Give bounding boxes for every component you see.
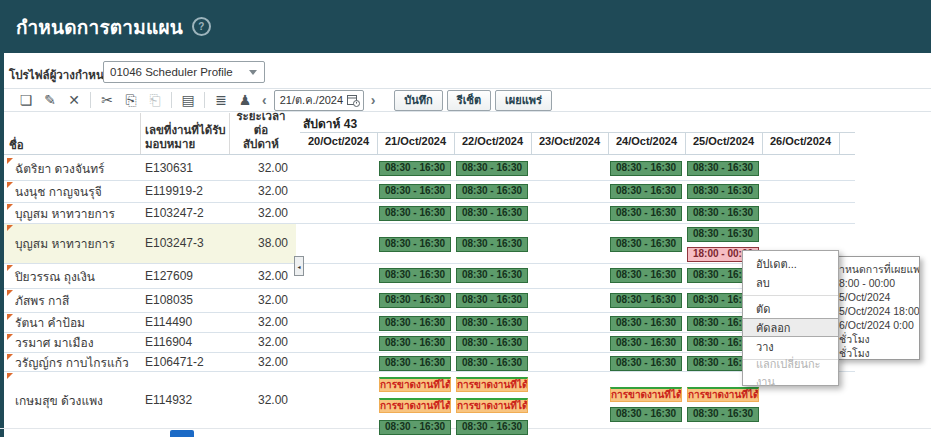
date-field[interactable]: 21/ต.ค./2024 <box>274 90 364 111</box>
shift-bar[interactable]: 08:30 - 16:30 <box>610 356 682 371</box>
absence-bar[interactable]: การขาดงานที่ได้รั <box>456 398 528 413</box>
shift-bar[interactable]: 08:30 - 16:30 <box>456 184 528 199</box>
schedule-row[interactable]: เกษมสุข ด้วงแพงE11493232.00 <box>4 371 296 428</box>
shift-bar[interactable]: 08:30 - 16:30 <box>379 184 451 199</box>
chevron-left-icon[interactable]: ‹ <box>257 92 272 108</box>
job-number: E103247-3 <box>145 236 204 250</box>
shift-bar[interactable]: 08:30 - 16:30 <box>456 420 528 435</box>
menu-item[interactable]: อัปเดต... <box>743 254 838 273</box>
save-button[interactable]: บันทึก <box>394 90 442 111</box>
row-divider <box>4 180 855 181</box>
absence-bar[interactable]: การขาดงานที่ได้รั <box>379 377 451 392</box>
shift-bar[interactable]: 08:30 - 16:30 <box>456 293 528 308</box>
schedule-row[interactable]: รัตนา คำป้อมE11449032.00 <box>4 312 296 332</box>
menu-item[interactable]: คัดลอก <box>743 318 838 337</box>
weekly-hours: 32.00 <box>258 315 288 329</box>
menu-item[interactable]: ตัด <box>743 299 838 318</box>
shift-bar[interactable]: 08:30 - 16:30 <box>379 420 451 435</box>
paste-icon[interactable]: ⎗ <box>143 91 167 109</box>
shift-bar[interactable]: 08:30 - 16:30 <box>379 293 451 308</box>
h-scrollbar-thumb[interactable] <box>170 430 194 437</box>
shift-bar[interactable]: 08:30 - 16:30 <box>379 268 451 283</box>
column-header-hours-line3: สัปดาห์ <box>232 137 290 151</box>
chevron-right-icon[interactable]: › <box>366 92 381 108</box>
shift-bar[interactable]: 08:30 - 16:30 <box>687 227 759 242</box>
help-icon[interactable]: ? <box>192 17 211 36</box>
schedule-row[interactable]: นงนุช กาญจนรุจีE119919-232.00 <box>4 180 296 202</box>
shift-bar[interactable]: 08:30 - 16:30 <box>379 316 451 331</box>
changed-flag-icon <box>7 290 13 296</box>
schedule-row[interactable]: ปิยวรรณ ถุงเงินE12760932.00 <box>4 263 296 288</box>
shift-bar[interactable]: 08:30 - 16:30 <box>456 336 528 351</box>
day-header: 24/Oct/2024 <box>608 135 685 147</box>
shift-bar[interactable]: 08:30 - 16:30 <box>456 206 528 221</box>
shift-bar[interactable]: 08:30 - 16:30 <box>610 268 682 283</box>
shift-bar[interactable]: 08:30 - 16:30 <box>379 336 451 351</box>
schedule-row[interactable]: บุญสม หาทวายการE103247-338.00 <box>4 223 296 263</box>
calendar-clock-icon[interactable] <box>347 94 360 107</box>
reset-button[interactable]: รีเซ็ต <box>447 90 491 111</box>
day-header: 22/Oct/2024 <box>454 135 531 147</box>
row-divider <box>4 332 855 333</box>
schedule-row[interactable]: ภัสพร กาสีE10803532.00 <box>4 288 296 312</box>
day-header-divider <box>608 132 609 154</box>
shift-bar[interactable]: 08:30 - 16:30 <box>610 316 682 331</box>
edit-icon[interactable]: ✎ <box>38 91 62 109</box>
assign-resource-icon[interactable]: ♟ <box>233 91 257 109</box>
shift-bar[interactable]: 08:30 - 16:30 <box>610 407 682 422</box>
changed-flag-icon <box>7 354 13 360</box>
shift-bar[interactable]: 08:30 - 16:30 <box>687 206 759 221</box>
delete-icon[interactable]: ✕ <box>62 91 86 109</box>
job-number: E127609 <box>145 269 193 283</box>
panel-splitter-handle[interactable]: ◂ <box>294 256 304 276</box>
shift-bar[interactable]: 08:30 - 16:30 <box>687 407 759 422</box>
shift-bar[interactable]: 08:30 - 16:30 <box>456 316 528 331</box>
shift-bar[interactable]: 08:30 - 16:30 <box>379 356 451 371</box>
shift-bar[interactable]: 08:30 - 16:30 <box>687 184 759 199</box>
shift-bar[interactable]: 08:30 - 16:30 <box>379 237 451 252</box>
shift-bar[interactable]: 08:30 - 16:30 <box>379 206 451 221</box>
shift-bar[interactable]: 08:30 - 16:30 <box>610 293 682 308</box>
day-header-divider <box>762 132 763 154</box>
profile-select[interactable]: 01046 Scheduler Profile <box>103 61 265 83</box>
new-item-icon[interactable]: ❏ <box>14 91 38 109</box>
menu-item[interactable]: ลบ <box>743 273 838 292</box>
shift-bar[interactable]: 08:30 - 16:30 <box>687 161 759 176</box>
absence-bar[interactable]: การขาดงานที่ได้รั <box>379 398 451 413</box>
shift-bar[interactable]: 08:30 - 16:30 <box>456 237 528 252</box>
column-header-hours-line1: ระยะเวลา <box>232 109 290 123</box>
shift-bar[interactable]: 08:30 - 16:30 <box>456 268 528 283</box>
shift-bar[interactable]: 08:30 - 16:30 <box>610 161 682 176</box>
employee-name: วรัญญ์กร กาบไกรแก้ว <box>15 352 129 371</box>
planned-schedule-page: กำหนดการตามแผน ? โปรไฟล์ผู้วางกำหนดการ 0… <box>0 0 931 437</box>
day-header-divider <box>454 132 455 154</box>
absence-bar[interactable]: การขาดงานที่ได้รั <box>687 387 759 402</box>
worklist-icon[interactable]: ≣ <box>209 91 233 109</box>
menu-separator <box>743 295 838 296</box>
absence-bar[interactable]: การขาดงานที่ได้รั <box>456 377 528 392</box>
shift-bar[interactable]: 08:30 - 16:30 <box>610 184 682 199</box>
menu-item[interactable]: วาง <box>743 337 838 356</box>
job-number: E116904 <box>145 335 192 349</box>
cut-icon[interactable]: ✂ <box>95 91 119 109</box>
row-divider <box>4 352 855 353</box>
column-header-hours-line2: ต่อ <box>232 123 290 137</box>
row-divider <box>4 288 855 289</box>
report-icon[interactable]: ▤ <box>176 91 200 109</box>
shift-bar[interactable]: 08:30 - 16:30 <box>456 356 528 371</box>
publish-button[interactable]: เผยแพร่ <box>495 90 552 111</box>
copy-icon[interactable]: ⎘ <box>119 91 143 109</box>
row-divider <box>4 312 855 313</box>
shift-bar[interactable]: 08:30 - 16:30 <box>456 161 528 176</box>
schedule-row[interactable]: ฉัตริยา ดวงจันทร์E13063132.00 <box>4 156 296 180</box>
shift-bar[interactable]: 08:30 - 16:30 <box>379 161 451 176</box>
absence-bar[interactable]: การขาดงานที่ได้รั <box>610 387 682 402</box>
weekly-hours: 32.00 <box>258 335 288 349</box>
schedule-row[interactable]: บุญสม หาทวายการE103247-232.00 <box>4 202 296 223</box>
weekly-hours: 32.00 <box>258 393 288 407</box>
shift-bar[interactable]: 08:30 - 16:30 <box>610 336 682 351</box>
schedule-row[interactable]: วรมาศ มาเมืองE11690432.00 <box>4 332 296 352</box>
schedule-row[interactable]: วรัญญ์กร กาบไกรแก้วE106471-232.00 <box>4 352 296 371</box>
shift-bar[interactable]: 08:30 - 16:30 <box>610 237 682 252</box>
shift-bar[interactable]: 08:30 - 16:30 <box>610 206 682 221</box>
